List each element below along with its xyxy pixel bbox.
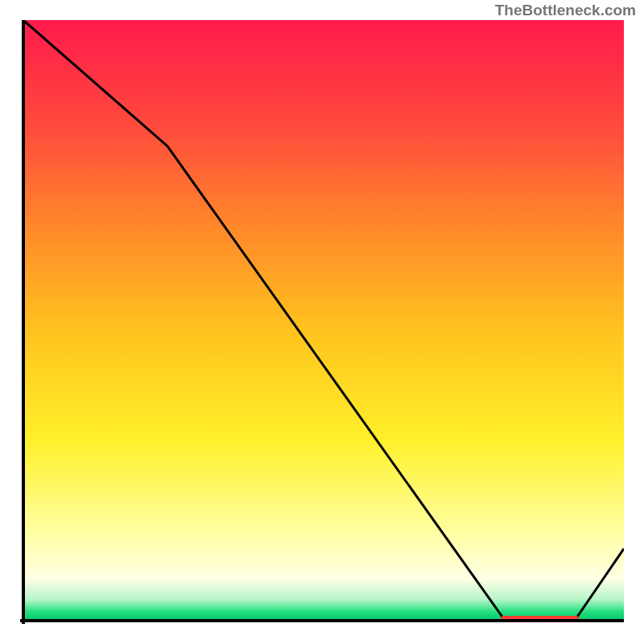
chart-stage: TheBottleneck.com <box>0 0 644 644</box>
plot-svg <box>20 20 624 624</box>
gradient-background <box>23 20 624 621</box>
plot-area <box>20 20 624 624</box>
attribution-text: TheBottleneck.com <box>495 0 636 20</box>
